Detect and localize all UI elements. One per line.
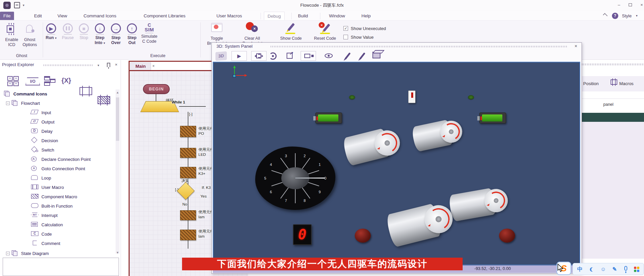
collapse-marker[interactable]: [-] — [189, 112, 192, 116]
macros-button[interactable]: Macros — [619, 81, 634, 86]
tab-close-icon[interactable]: × — [152, 64, 155, 68]
show-value-checkbox[interactable] — [343, 35, 348, 39]
style-menu[interactable]: Style — [622, 13, 632, 18]
seven-segment-display[interactable]: 0 — [293, 224, 312, 245]
3d-frame-button[interactable] — [301, 51, 316, 61]
ime-halfwidth-icon[interactable] — [587, 263, 597, 275]
ime-mic-icon[interactable] — [621, 263, 631, 275]
tree-item-loop[interactable]: Loop — [30, 174, 51, 182]
panel-drag-handle[interactable] — [43, 64, 94, 66]
position-button[interactable]: Position — [583, 81, 599, 86]
component-macro-block[interactable] — [180, 126, 196, 137]
component-macro-block[interactable] — [180, 167, 196, 178]
3d-orbit-icon[interactable] — [269, 52, 277, 60]
tree-root-command-icons[interactable]: Command Icons — [4, 90, 47, 97]
show-unexecuted-checkbox[interactable]: ✓ — [343, 26, 348, 31]
led-bargraph[interactable] — [315, 112, 342, 123]
begin-block[interactable]: BEGIN — [143, 84, 170, 94]
panel-dropdown-icon[interactable]: ▾ — [98, 63, 99, 67]
tree-item-built-in-function[interactable]: Built-in Function — [30, 202, 72, 210]
help-icon[interactable]: ? — [612, 13, 618, 19]
style-dropdown-icon[interactable]: ▾ — [636, 14, 638, 17]
3d-pan-button[interactable] — [251, 51, 267, 61]
variables-icon[interactable]: {X} — [61, 75, 71, 85]
right-panel-selected-row[interactable] — [582, 113, 644, 122]
scroll-up-icon[interactable]: ▲ — [116, 91, 120, 94]
ghost-options-button[interactable]: GhostOptions — [20, 22, 39, 47]
tree-item-interrupt[interactable]: INTInterrupt — [30, 212, 57, 219]
component-hatched-icon[interactable] — [98, 96, 110, 104]
right-panel-drag-handle[interactable] — [582, 63, 644, 65]
macro-windows-icon[interactable] — [44, 76, 56, 86]
rotary-switch-dial[interactable]: 0 1 2 3 4 5 6 7 8 9 — [255, 147, 335, 210]
menu-component-libraries[interactable]: Component Libraries — [140, 12, 189, 20]
sensor-component[interactable] — [408, 90, 416, 103]
close-button[interactable]: × — [637, 1, 644, 9]
collapse-expander-icon[interactable]: − — [6, 101, 10, 105]
menu-file[interactable]: File — [0, 12, 14, 20]
tree-item-goto-connection-point[interactable]: AGoto Connection Point — [30, 165, 85, 172]
grid-plus-icon[interactable]: ++++ — [7, 76, 19, 86]
pin-icon[interactable] — [107, 63, 110, 67]
tab-main[interactable]: Main — [130, 62, 151, 70]
collapse-expander-icon[interactable]: − — [6, 252, 10, 255]
tree-item-switch[interactable]: Switch — [30, 146, 54, 154]
ime-emoji-icon[interactable]: ☺ — [598, 263, 608, 275]
green-led[interactable] — [468, 95, 474, 99]
tree-item-declare-connection-point[interactable]: A:Declare Connection Point — [30, 156, 91, 163]
dc-motor[interactable] — [447, 181, 511, 226]
tree-item-decision[interactable]: Decision — [30, 137, 58, 144]
3d-viewport[interactable]: 0 1 2 3 4 5 6 7 8 9 — [213, 62, 580, 265]
tree-item-output[interactable]: OOutput — [30, 118, 54, 125]
menu-help[interactable]: Help — [358, 12, 374, 20]
3d-panel-close-icon[interactable]: × — [575, 43, 577, 49]
component-macro-block[interactable] — [180, 148, 196, 158]
eye-icon[interactable] — [325, 53, 333, 58]
led-bargraph[interactable] — [479, 112, 506, 123]
menu-user-macros[interactable]: User Macros — [213, 12, 246, 20]
3d-resize-icon[interactable]: ↗ — [287, 53, 293, 59]
tree-item-code[interactable]: CCode — [30, 230, 52, 238]
menu-debug[interactable]: Debug — [264, 12, 285, 20]
component-icon[interactable] — [79, 87, 92, 95]
wheel[interactable] — [355, 229, 371, 243]
dc-motor[interactable] — [410, 113, 467, 158]
dc-motor[interactable] — [384, 193, 458, 252]
maximize-button[interactable] — [625, 1, 635, 9]
menu-window[interactable]: Window — [326, 12, 348, 20]
tree-node-flowchart[interactable]: − Flowchart — [6, 99, 40, 107]
tree-node-state-diagram[interactable]: − State Diagram — [6, 250, 49, 257]
component-macro-block[interactable] — [180, 230, 196, 240]
3d-box-icon[interactable] — [372, 52, 380, 58]
ime-handwriting-icon[interactable]: ✎ — [610, 263, 620, 275]
green-led[interactable] — [349, 95, 355, 99]
scroll-down-icon[interactable]: ▼ — [116, 251, 120, 254]
ime-language-mode[interactable]: 中 — [575, 263, 585, 275]
minimize-button[interactable]: – — [614, 1, 624, 9]
ime-keyboard-icon[interactable] — [632, 263, 642, 275]
step-out-button[interactable]: ↑ StepOut — [122, 22, 142, 45]
show-code-button[interactable]: Show Code — [280, 22, 302, 41]
panel-close-icon[interactable]: × — [115, 62, 118, 67]
wheel[interactable] — [499, 229, 515, 243]
scrollbar-thumb[interactable] — [116, 97, 119, 141]
collapse-ribbon-icon[interactable] — [603, 13, 608, 18]
tree-item-calculation[interactable]: Calculation — [30, 221, 63, 228]
tree-item-user-macro[interactable]: User Macro — [30, 184, 64, 191]
io-icon[interactable]: I/O — [25, 77, 40, 85]
tree-item-delay[interactable]: DDelay — [30, 127, 52, 135]
tree-item-component-macro[interactable]: Component Macro — [30, 193, 77, 200]
reset-code-button[interactable]: × Reset Code — [314, 22, 336, 41]
menu-build[interactable]: Build — [295, 12, 311, 20]
component-macro-block[interactable] — [180, 210, 196, 220]
tree-item-input[interactable]: IInput — [30, 109, 51, 116]
tree-item-comment[interactable]: Comment — [30, 240, 60, 247]
menu-command-icons[interactable]: Command Icons — [80, 12, 120, 20]
3d-play-button[interactable]: ▶ — [231, 51, 247, 61]
enable-icd-button[interactable]: EnableICD — [2, 22, 21, 47]
menu-edit[interactable]: Edit — [31, 12, 45, 20]
simulate-c-code-button[interactable]: CSIM SimulateC Code — [140, 22, 159, 44]
dc-motor[interactable] — [341, 119, 406, 172]
menu-view[interactable]: View — [54, 12, 70, 20]
3d-panel-drag-handle[interactable] — [271, 46, 568, 47]
